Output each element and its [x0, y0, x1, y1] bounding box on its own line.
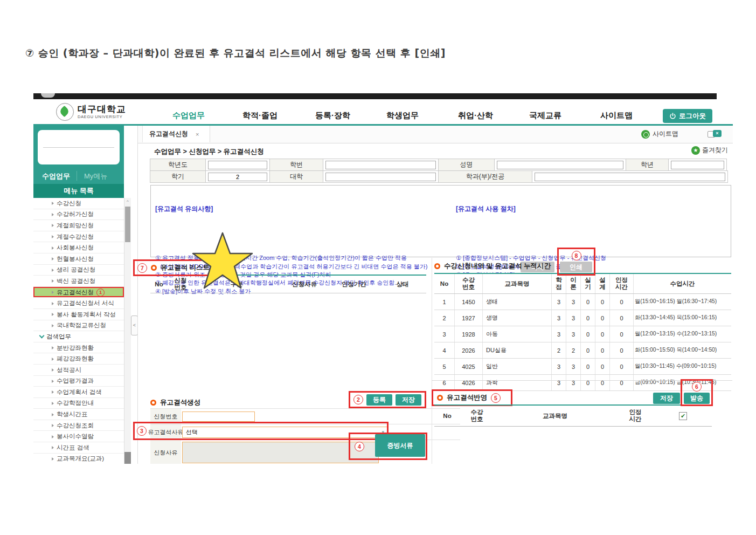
sidebar-menu-item[interactable]: 봉사이수열람 — [33, 431, 124, 442]
college-input[interactable] — [325, 173, 436, 181]
item-arrow-icon — [52, 224, 54, 227]
application-number-input[interactable] — [182, 411, 255, 422]
scrollbar-thumb[interactable] — [125, 207, 130, 242]
sidebar-menu-item[interactable]: 유고결석신청서 서식 — [33, 298, 124, 309]
favorite-button[interactable]: ★ 즐겨찾기 — [691, 146, 728, 155]
col-class-time: 수업시간 — [634, 274, 731, 293]
sidebar-menu-item[interactable]: 교과목개요(교과) — [33, 454, 124, 464]
apply-save-button[interactable]: 저장 — [653, 393, 680, 404]
sitemap-link[interactable]: 사이트맵 — [641, 129, 678, 139]
save-button[interactable]: 저장 — [396, 394, 421, 406]
sidebar-menu-item[interactable]: 수강허가신청 — [33, 209, 124, 221]
item-arrow-icon — [52, 257, 54, 260]
cell-theory: 3 — [566, 294, 581, 310]
name-cell — [494, 159, 626, 171]
col-no: No — [434, 274, 455, 293]
nav-item-classes[interactable]: 수업업무 — [172, 111, 205, 121]
col-period: 인정기간 — [329, 276, 379, 293]
sidebar-menu-item[interactable]: 국내학점교류신청 — [33, 320, 124, 332]
major-input[interactable] — [535, 173, 725, 181]
studentno-input[interactable] — [325, 161, 436, 169]
send-button[interactable]: 발송 — [684, 393, 710, 404]
menu-list-header: 메뉴 목록 — [33, 184, 124, 198]
scrollbar-bottom[interactable] — [124, 452, 131, 464]
sidebar-menu-item[interactable]: 성적공시 — [33, 365, 124, 376]
annotation-7: 7 — [137, 263, 147, 273]
sidebar-menu-item[interactable]: 계절희망신청 — [33, 220, 124, 231]
col-recognized-hours: 인정 시간 — [610, 274, 634, 293]
sidebar-item-label: 유고결석신청 — [57, 289, 94, 297]
sidebar-item-label: 수강학점안내 — [57, 399, 94, 407]
sidebar-item-label: 수강신청조회 — [57, 422, 94, 430]
cell-course-name: 아동 — [483, 326, 552, 342]
nav-item-registration[interactable]: 등록·장학 — [315, 111, 350, 121]
sidebar-menu-item[interactable]: 시간표 검색 — [33, 442, 124, 454]
nav-item-sitemap[interactable]: 사이트맵 — [600, 111, 633, 121]
sidebar-menu-item[interactable]: 백신 공결신청 — [33, 276, 124, 287]
sidebar-tab-classes[interactable]: 수업업무 — [42, 172, 70, 181]
enrollment-row[interactable]: 1 1450 생태 3 3 0 0 0 월(15:00~16:15) 월(16:… — [434, 294, 731, 310]
register-button[interactable]: 등록 — [366, 394, 392, 406]
sidebar-menu-item[interactable]: 수강학점안내 — [33, 398, 124, 409]
nav-item-career[interactable]: 취업·산학 — [458, 111, 493, 121]
grade-input[interactable] — [671, 161, 724, 169]
tab-absence-application[interactable]: 유고결석신청 × — [142, 126, 210, 142]
enrollment-row[interactable]: 4 2026 DU실용 2 2 0 0 0 화(15:00~15:50) 목(1… — [434, 342, 731, 359]
profile-box — [38, 130, 120, 164]
enrollment-header: No 수강 번호 교과목명 학 점 이 론 실 기 설 계 인정 시간 수업시간 — [434, 274, 731, 294]
sidebar-menu-item[interactable]: 분반강좌현황 — [33, 342, 124, 354]
semester-input[interactable] — [208, 173, 267, 181]
sidebar-tab-mymenu[interactable]: My메뉴 — [84, 172, 107, 181]
nav-item-international[interactable]: 국제교류 — [529, 111, 561, 121]
sidebar-menu-item[interactable]: 유고결석신청 1 — [33, 287, 124, 298]
sidebar-menu-item[interactable]: 봉사 활동계획서 작성 — [33, 309, 124, 320]
sidebar-menu-item[interactable]: 계절수강신청 — [33, 231, 124, 243]
university-logo[interactable]: 대구대학교 DAEGU UNIVERSITY — [56, 103, 126, 121]
sidebar-item-label: 봉사 활동계획서 작성 — [57, 311, 116, 319]
sidebar: 수업업무 My메뉴 메뉴 목록 수강신청 수강허가신청 — [33, 126, 124, 464]
section-bullet-icon — [434, 263, 440, 269]
name-input[interactable] — [497, 161, 623, 169]
sidebar-menu-item[interactable]: 사회봉사신청 — [33, 242, 124, 253]
item-arrow-icon — [52, 424, 54, 427]
sidebar-menu-item[interactable]: 수강신청 — [33, 198, 124, 209]
scroll-up-icon[interactable]: ^ — [124, 198, 131, 205]
sidebar-menu-item[interactable]: 헌혈봉사신청 — [33, 253, 124, 265]
sidebar-menu-item[interactable]: 수업평가결과 — [33, 376, 124, 387]
tab-label: 유고결석신청 — [149, 129, 188, 139]
sidebar-menu-item[interactable]: 폐강강좌현황 — [33, 353, 124, 365]
sidebar-menu-item[interactable]: 검색업무 — [33, 331, 124, 342]
logout-button[interactable]: 로그아웃 — [663, 109, 712, 123]
enrollment-rows: 1 1450 생태 3 3 0 0 0 월(15:00~16:15) 월(16:… — [434, 294, 731, 391]
enrollment-row[interactable]: 3 1928 아동 3 3 0 0 0 월(12:00~13:15) 수(12:… — [434, 326, 731, 342]
sidebar-menu-item[interactable]: 학생시간표 — [33, 409, 124, 420]
annotation-3: 3 — [137, 426, 147, 436]
enrollment-row[interactable]: 2 1927 생명 3 3 0 0 0 화(13:30~14:45) 목(15:… — [434, 310, 731, 326]
section-bullet-icon — [437, 395, 443, 401]
evidence-button[interactable]: 증빙서류 — [375, 434, 425, 457]
select-all-checkbox[interactable]: ✔ — [679, 412, 687, 420]
close-all-tabs-button[interactable]: × — [708, 130, 722, 138]
power-icon — [669, 113, 676, 120]
item-arrow-icon — [52, 435, 54, 438]
tab-close-icon[interactable]: × — [196, 131, 199, 138]
cell-course-name: 생태 — [483, 294, 552, 310]
cell-course-no: 1450 — [455, 294, 483, 310]
sidebar-menu-item[interactable]: 수업계획서 검색 — [33, 387, 124, 398]
year-input[interactable] — [208, 161, 267, 169]
enrollment-title: 수강신청내역 및 유고결석 누적시간 — [444, 262, 551, 271]
sidebar-menu-item[interactable]: 생리 공결신청 — [33, 265, 124, 276]
sidebar-scrollbar[interactable]: ^ — [124, 198, 131, 464]
sidebar-menu-item[interactable]: 수강신청조회 — [33, 420, 124, 431]
profile-divider — [43, 147, 114, 148]
enrollment-row[interactable]: 5 4025 일반 3 3 0 0 0 월(10:30~11:45) 수(09:… — [434, 359, 731, 375]
logout-label: 로그아웃 — [679, 112, 706, 121]
sidebar-item-label: 폐강강좌현황 — [57, 355, 94, 363]
notice-right-title: [유고결석 사용 절차] — [456, 205, 728, 213]
application-number-label: 신청번호 — [150, 409, 181, 424]
cell-recognized-hours: 0 — [610, 342, 634, 358]
nav-item-student-affairs[interactable]: 학생업무 — [386, 111, 419, 121]
print-button[interactable]: 인쇄 — [560, 262, 592, 272]
item-arrow-icon — [52, 202, 54, 205]
nav-item-records[interactable]: 학적·졸업 — [242, 111, 278, 121]
